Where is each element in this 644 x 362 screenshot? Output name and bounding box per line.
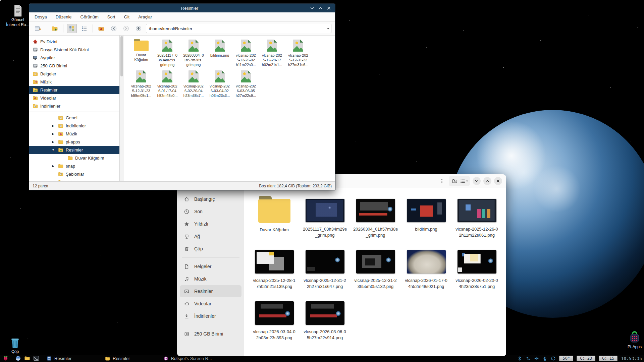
file-item[interactable]: vlcsnap-2026-02-20-04h23m38s751.png <box>451 250 502 301</box>
file-item[interactable]: 20251117_03h34m29s_grim.png <box>300 199 350 250</box>
launcher-web-browser[interactable] <box>15 355 21 361</box>
w2-sidebar-çöp[interactable]: Çöp <box>180 243 241 255</box>
new-tab-button[interactable] <box>33 24 43 33</box>
task-button[interactable]: Resimler <box>45 356 89 361</box>
w2-sidebar-resimler[interactable]: Resimler <box>180 285 241 297</box>
w2-sidebar-son[interactable]: Son <box>180 205 241 218</box>
tree-expander[interactable]: ▼ <box>51 148 56 152</box>
sidebar-place-belgeler[interactable]: Belgeler <box>29 70 119 78</box>
w2-sidebar-müzik[interactable]: Müzik <box>180 273 241 285</box>
view-list-button[interactable] <box>460 177 469 185</box>
desktop-icon-trash[interactable]: Çöp <box>0 336 30 354</box>
tree-item-snap[interactable]: ▶snap <box>29 162 119 170</box>
minimize-button[interactable] <box>473 177 481 185</box>
sidebar-place-aygıtlar[interactable]: Aygıtlar <box>29 54 119 62</box>
menu-sort[interactable]: Sort <box>107 14 115 19</box>
tree-item-resimler[interactable]: ▼Resimler <box>29 146 119 154</box>
shade-button[interactable] <box>310 6 314 10</box>
w2-sidebar-videolar[interactable]: Videolar <box>180 298 241 310</box>
tree-item-pi-apps[interactable]: ▶pi-apps <box>29 138 119 146</box>
file-item[interactable]: vlcsnap-2026-03-06-05h27m22s9... <box>233 70 259 101</box>
list-view-button[interactable] <box>79 24 89 33</box>
tray-widget-gpu[interactable]: G: 15 <box>599 356 618 361</box>
w2-sidebar-belgeler[interactable]: Belgeler <box>180 260 241 273</box>
close-button[interactable] <box>494 177 502 185</box>
tree-expander[interactable]: ▶ <box>51 132 56 135</box>
task-button[interactable]: Resimler <box>103 356 147 361</box>
tree-item-duvar-kâğıdım[interactable]: Duvar Kâğıdım <box>29 154 119 162</box>
tray-net-traffic[interactable] <box>526 356 531 361</box>
menu-araçlar[interactable]: Araçlar <box>138 14 152 19</box>
w2-sidebar-i̇ndirilenler[interactable]: İndirilenler <box>180 310 241 322</box>
task-button[interactable]: Botspot's Screen R... <box>161 356 214 361</box>
file-item[interactable]: vlcsnap-2025-12-31-22h27m31s6... <box>285 39 311 70</box>
home-button[interactable] <box>96 24 106 33</box>
path-dropdown-button[interactable] <box>324 24 332 33</box>
menu-düzenle[interactable]: Düzenle <box>56 14 72 19</box>
tray-volume[interactable] <box>534 356 539 361</box>
file-item[interactable]: 20260304_01h57m38s_grim.png <box>350 199 401 250</box>
tree-item-i̇ndirilenler[interactable]: ▶İndirilenler <box>29 122 119 130</box>
tree-item-genel[interactable]: Genel <box>29 114 119 122</box>
close-button[interactable] <box>327 6 331 10</box>
up-button[interactable] <box>133 24 144 33</box>
tree-expander[interactable]: ▶ <box>51 165 56 168</box>
file-item[interactable]: vlcsnap-2025-12-31-22h27m31s647.png <box>300 250 350 301</box>
new-folder-button[interactable] <box>50 24 60 33</box>
tray-widget-cpu[interactable]: C: 23 <box>577 356 595 361</box>
file-item[interactable]: vlcsnap-2025-12-26-02h11m22s0... <box>233 39 259 70</box>
file-item[interactable]: vlcsnap-2026-03-04-02h03m23s3... <box>207 70 233 101</box>
w2-sidebar-250-gb-birimi[interactable]: 250 GB Birimi <box>180 328 241 340</box>
menu-dosya[interactable]: Dosya <box>35 14 47 19</box>
sidebar-place-ev-dizini[interactable]: Ev Dizini <box>29 38 119 46</box>
launcher-raspberry-menu[interactable] <box>3 355 9 361</box>
sidebar-place-i̇ndirilenler[interactable]: İndirilenler <box>29 102 119 110</box>
sidebar-place-videolar[interactable]: Videolar <box>29 94 119 102</box>
file-item[interactable]: vlcsnap-2025-12-31-23h55m05s132.png <box>350 250 401 301</box>
icon-view-button[interactable] <box>67 24 77 33</box>
path-input[interactable] <box>146 24 331 33</box>
file-item[interactable]: vlcsnap-2026-03-04-02h03m23s393.png <box>249 301 300 353</box>
tray-widget-temperature[interactable]: 50° <box>559 356 573 361</box>
sidebar-scrollbar[interactable] <box>120 36 124 181</box>
file-item[interactable]: vlcsnap-2025-12-28-17h02m21s139.png <box>249 250 300 301</box>
menu-git[interactable]: Git <box>124 14 130 19</box>
w1-titlebar[interactable]: Resimler <box>29 4 335 12</box>
file-item[interactable]: 20260304_01h57m38s_grim.png <box>180 39 207 70</box>
file-item[interactable]: vlcsnap-2026-02-20-04h23m38s7... <box>180 70 207 101</box>
tree-item-şablonlar[interactable]: Şablonlar <box>29 170 119 178</box>
file-item[interactable]: bildirim.png <box>401 199 451 250</box>
launcher-file-manager-folder[interactable] <box>24 355 30 361</box>
tree-expander[interactable]: ▶ <box>51 124 56 127</box>
tray-bluetooth[interactable] <box>517 356 522 361</box>
tray-network-sync[interactable] <box>551 356 556 361</box>
file-item[interactable]: vlcsnap-2026-01-17-04h52m48s0... <box>154 70 180 101</box>
search-folder-button[interactable] <box>450 177 459 185</box>
file-item[interactable]: vlcsnap-2026-01-17-04h52m48s021.png <box>401 250 451 301</box>
back-button[interactable] <box>109 24 119 33</box>
launcher-terminal[interactable] <box>33 355 39 361</box>
file-item[interactable]: DuvarKâğıdım <box>128 39 154 70</box>
sidebar-place-dosya-sistemi-kök-dizini[interactable]: Dosya Sistemi Kök Dizini <box>29 46 119 54</box>
w2-sidebar-başlangıç[interactable]: Başlangıç <box>180 193 241 205</box>
sidebar-place-resimler[interactable]: Resimler <box>29 86 119 94</box>
clock[interactable]: 10:53:35 <box>621 356 642 361</box>
file-item[interactable]: vlcsnap-2025-12-31-23h55m05s1... <box>128 70 154 101</box>
tree-item-müzik[interactable]: ▶Müzik <box>29 130 119 138</box>
file-item[interactable]: Duvar Kâğıdım <box>249 199 300 250</box>
file-item[interactable]: bildirim.png <box>207 39 233 70</box>
file-item[interactable]: 20251117_03h34m29s_grim.png <box>154 39 180 70</box>
sidebar-place-müzik[interactable]: Müzik <box>29 78 119 86</box>
file-item[interactable]: vlcsnap-2026-03-06-05h27m22s914.png <box>300 301 350 353</box>
menu-kebab-button[interactable] <box>437 177 446 185</box>
file-item[interactable]: vlcsnap-2025-12-26-02h11m22s061.png <box>451 199 502 250</box>
desktop-icon-document[interactable]: Güncelİnternet Ra... <box>3 4 33 27</box>
desktop-icon-pi-apps[interactable]: Pi-Apps <box>620 331 644 350</box>
maximize-button[interactable] <box>483 177 491 185</box>
tree-expander[interactable]: ▶ <box>51 140 56 143</box>
file-item[interactable]: vlcsnap-2025-12-28-17h02m21s1... <box>259 39 285 70</box>
sidebar-place-250-gb-birimi[interactable]: 250 GB Birimi <box>29 62 119 70</box>
maximize-button[interactable] <box>318 6 323 10</box>
tray-microphone[interactable] <box>542 356 547 361</box>
menu-görünüm[interactable]: Görünüm <box>80 14 99 19</box>
